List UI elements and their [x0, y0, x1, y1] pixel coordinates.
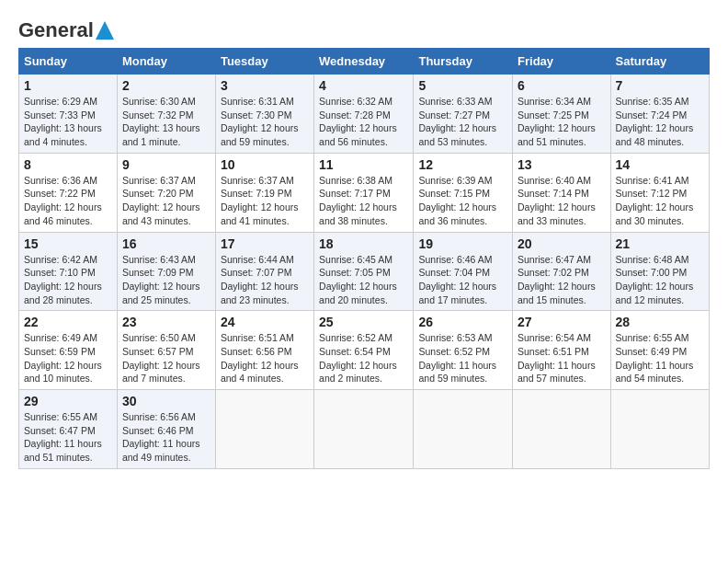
empty-cell	[314, 390, 414, 469]
day-cell-30: 30Sunrise: 6:56 AM Sunset: 6:46 PM Dayli…	[117, 390, 215, 469]
day-info: Sunrise: 6:45 AM Sunset: 7:05 PM Dayligh…	[319, 253, 408, 307]
day-number: 1	[24, 78, 112, 93]
day-number: 8	[24, 157, 112, 172]
weekday-header-friday: Friday	[513, 49, 611, 75]
day-cell-11: 11Sunrise: 6:38 AM Sunset: 7:17 PM Dayli…	[314, 153, 414, 232]
week-row-3: 15Sunrise: 6:42 AM Sunset: 7:10 PM Dayli…	[19, 232, 710, 311]
day-cell-6: 6Sunrise: 6:34 AM Sunset: 7:25 PM Daylig…	[513, 75, 611, 154]
day-number: 16	[122, 236, 210, 251]
weekday-header-row: SundayMondayTuesdayWednesdayThursdayFrid…	[19, 49, 710, 75]
weekday-header-sunday: Sunday	[19, 49, 118, 75]
day-number: 19	[418, 236, 507, 251]
day-cell-17: 17Sunrise: 6:44 AM Sunset: 7:07 PM Dayli…	[215, 232, 313, 311]
day-cell-29: 29Sunrise: 6:55 AM Sunset: 6:47 PM Dayli…	[19, 390, 118, 469]
day-number: 5	[418, 78, 507, 93]
day-info: Sunrise: 6:55 AM Sunset: 6:47 PM Dayligh…	[24, 410, 112, 465]
day-info: Sunrise: 6:54 AM Sunset: 6:51 PM Dayligh…	[518, 331, 606, 385]
empty-cell	[610, 390, 709, 469]
day-info: Sunrise: 6:35 AM Sunset: 7:24 PM Dayligh…	[616, 95, 704, 149]
day-cell-15: 15Sunrise: 6:42 AM Sunset: 7:10 PM Dayli…	[19, 232, 118, 311]
day-number: 17	[221, 236, 309, 251]
day-cell-28: 28Sunrise: 6:55 AM Sunset: 6:49 PM Dayli…	[610, 311, 709, 390]
day-info: Sunrise: 6:49 AM Sunset: 6:59 PM Dayligh…	[24, 331, 112, 385]
day-cell-13: 13Sunrise: 6:40 AM Sunset: 7:14 PM Dayli…	[513, 153, 611, 232]
day-number: 21	[616, 236, 704, 251]
day-cell-8: 8Sunrise: 6:36 AM Sunset: 7:22 PM Daylig…	[19, 153, 118, 232]
logo: General	[18, 18, 114, 39]
day-info: Sunrise: 6:56 AM Sunset: 6:46 PM Dayligh…	[122, 410, 210, 465]
day-info: Sunrise: 6:55 AM Sunset: 6:49 PM Dayligh…	[616, 331, 704, 385]
day-cell-21: 21Sunrise: 6:48 AM Sunset: 7:00 PM Dayli…	[610, 232, 709, 311]
logo-arrow-icon	[96, 21, 114, 40]
day-cell-24: 24Sunrise: 6:51 AM Sunset: 6:56 PM Dayli…	[215, 311, 313, 390]
day-info: Sunrise: 6:44 AM Sunset: 7:07 PM Dayligh…	[221, 253, 309, 307]
day-info: Sunrise: 6:46 AM Sunset: 7:04 PM Dayligh…	[418, 253, 507, 307]
day-info: Sunrise: 6:31 AM Sunset: 7:30 PM Dayligh…	[221, 95, 309, 149]
day-number: 3	[221, 78, 309, 93]
day-cell-4: 4Sunrise: 6:32 AM Sunset: 7:28 PM Daylig…	[314, 75, 414, 154]
day-number: 11	[319, 157, 408, 172]
day-cell-16: 16Sunrise: 6:43 AM Sunset: 7:09 PM Dayli…	[117, 232, 215, 311]
day-cell-19: 19Sunrise: 6:46 AM Sunset: 7:04 PM Dayli…	[414, 232, 513, 311]
week-row-2: 8Sunrise: 6:36 AM Sunset: 7:22 PM Daylig…	[19, 153, 710, 232]
day-number: 23	[122, 315, 210, 329]
day-cell-18: 18Sunrise: 6:45 AM Sunset: 7:05 PM Dayli…	[314, 232, 414, 311]
day-number: 28	[616, 315, 704, 329]
day-cell-26: 26Sunrise: 6:53 AM Sunset: 6:52 PM Dayli…	[414, 311, 513, 390]
day-info: Sunrise: 6:30 AM Sunset: 7:32 PM Dayligh…	[122, 95, 210, 149]
day-cell-2: 2Sunrise: 6:30 AM Sunset: 7:32 PM Daylig…	[117, 75, 215, 154]
day-info: Sunrise: 6:37 AM Sunset: 7:19 PM Dayligh…	[221, 174, 309, 228]
day-cell-10: 10Sunrise: 6:37 AM Sunset: 7:19 PM Dayli…	[215, 153, 313, 232]
day-info: Sunrise: 6:48 AM Sunset: 7:00 PM Dayligh…	[616, 253, 704, 307]
day-number: 25	[319, 315, 408, 329]
day-info: Sunrise: 6:37 AM Sunset: 7:20 PM Dayligh…	[122, 174, 210, 228]
day-info: Sunrise: 6:53 AM Sunset: 6:52 PM Dayligh…	[418, 331, 507, 385]
day-info: Sunrise: 6:36 AM Sunset: 7:22 PM Dayligh…	[24, 174, 112, 228]
day-number: 26	[418, 315, 507, 329]
day-number: 24	[221, 315, 309, 329]
day-number: 14	[616, 157, 704, 172]
day-number: 10	[221, 157, 309, 172]
weekday-header-thursday: Thursday	[414, 49, 513, 75]
day-number: 7	[616, 78, 704, 93]
day-number: 4	[319, 78, 408, 93]
day-number: 18	[319, 236, 408, 251]
day-cell-1: 1Sunrise: 6:29 AM Sunset: 7:33 PM Daylig…	[19, 75, 118, 154]
day-number: 30	[122, 394, 210, 408]
day-cell-5: 5Sunrise: 6:33 AM Sunset: 7:27 PM Daylig…	[414, 75, 513, 154]
day-info: Sunrise: 6:41 AM Sunset: 7:12 PM Dayligh…	[616, 174, 704, 228]
day-number: 2	[122, 78, 210, 93]
weekday-header-tuesday: Tuesday	[215, 49, 313, 75]
day-info: Sunrise: 6:52 AM Sunset: 6:54 PM Dayligh…	[319, 331, 408, 385]
day-cell-25: 25Sunrise: 6:52 AM Sunset: 6:54 PM Dayli…	[314, 311, 414, 390]
day-cell-27: 27Sunrise: 6:54 AM Sunset: 6:51 PM Dayli…	[513, 311, 611, 390]
calendar-table: SundayMondayTuesdayWednesdayThursdayFrid…	[18, 48, 710, 469]
weekday-header-saturday: Saturday	[610, 49, 709, 75]
day-info: Sunrise: 6:33 AM Sunset: 7:27 PM Dayligh…	[418, 95, 507, 149]
day-cell-3: 3Sunrise: 6:31 AM Sunset: 7:30 PM Daylig…	[215, 75, 313, 154]
day-number: 20	[518, 236, 606, 251]
day-info: Sunrise: 6:32 AM Sunset: 7:28 PM Dayligh…	[319, 95, 408, 149]
day-info: Sunrise: 6:38 AM Sunset: 7:17 PM Dayligh…	[319, 174, 408, 228]
weekday-header-monday: Monday	[117, 49, 215, 75]
empty-cell	[215, 390, 313, 469]
day-info: Sunrise: 6:40 AM Sunset: 7:14 PM Dayligh…	[518, 174, 606, 228]
weekday-header-wednesday: Wednesday	[314, 49, 414, 75]
day-number: 13	[518, 157, 606, 172]
day-info: Sunrise: 6:34 AM Sunset: 7:25 PM Dayligh…	[518, 95, 606, 149]
day-info: Sunrise: 6:47 AM Sunset: 7:02 PM Dayligh…	[518, 253, 606, 307]
day-info: Sunrise: 6:51 AM Sunset: 6:56 PM Dayligh…	[221, 331, 309, 385]
day-cell-12: 12Sunrise: 6:39 AM Sunset: 7:15 PM Dayli…	[414, 153, 513, 232]
header: General	[18, 18, 710, 39]
day-cell-23: 23Sunrise: 6:50 AM Sunset: 6:57 PM Dayli…	[117, 311, 215, 390]
day-cell-14: 14Sunrise: 6:41 AM Sunset: 7:12 PM Dayli…	[610, 153, 709, 232]
day-cell-20: 20Sunrise: 6:47 AM Sunset: 7:02 PM Dayli…	[513, 232, 611, 311]
day-info: Sunrise: 6:39 AM Sunset: 7:15 PM Dayligh…	[418, 174, 507, 228]
day-number: 15	[24, 236, 112, 251]
empty-cell	[414, 390, 513, 469]
day-number: 12	[418, 157, 507, 172]
day-number: 29	[24, 394, 112, 408]
day-cell-9: 9Sunrise: 6:37 AM Sunset: 7:20 PM Daylig…	[117, 153, 215, 232]
day-number: 27	[518, 315, 606, 329]
day-info: Sunrise: 6:50 AM Sunset: 6:57 PM Dayligh…	[122, 331, 210, 385]
